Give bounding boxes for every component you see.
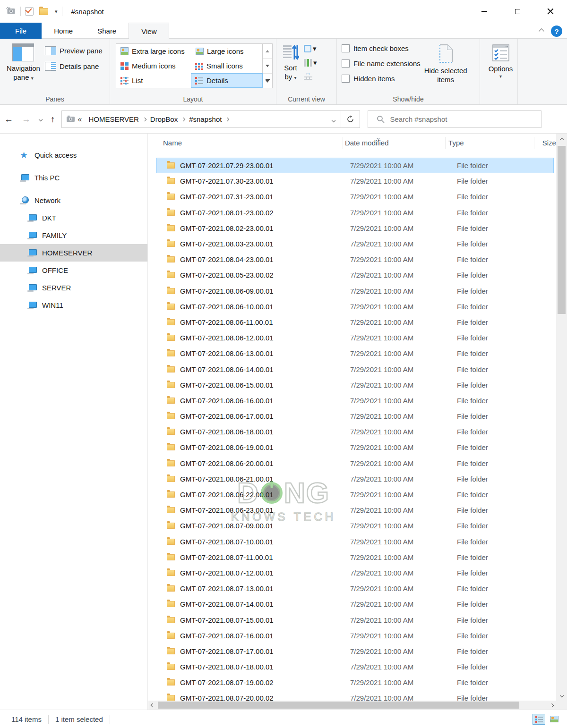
checkbox-icon[interactable]: [342, 75, 350, 83]
gallery-scroll-down-icon[interactable]: [263, 59, 272, 73]
table-row[interactable]: GMT-07-2021.08.07-09.00.01 7/29/2021 10:…: [156, 518, 554, 533]
show-hide-checkbox-row[interactable]: Hidden items: [342, 75, 421, 83]
table-row[interactable]: GMT-07-2021.08.06-15.00.01 7/29/2021 10:…: [156, 377, 554, 393]
table-row[interactable]: GMT-07-2021.07.31-23.00.01 7/29/2021 10:…: [156, 189, 554, 204]
gallery-more-icon[interactable]: [263, 74, 272, 88]
scroll-left-icon[interactable]: [148, 704, 157, 707]
table-row[interactable]: GMT-07-2021.08.06-13.00.01 7/29/2021 10:…: [156, 346, 554, 361]
sidebar-item[interactable]: HOMESERVER: [0, 244, 147, 262]
table-row[interactable]: GMT-07-2021.08.06-18.00.01 7/29/2021 10:…: [156, 424, 554, 440]
sidebar-item[interactable]: SERVER: [0, 279, 147, 296]
layout-option[interactable]: Medium icons: [116, 59, 191, 73]
close-button[interactable]: [534, 0, 567, 23]
table-row[interactable]: GMT-07-2021.08.06-12.00.01 7/29/2021 10:…: [156, 330, 554, 346]
table-row[interactable]: GMT-07-2021.08.07-14.00.01 7/29/2021 10:…: [156, 596, 554, 612]
table-row[interactable]: GMT-07-2021.08.06-17.00.01 7/29/2021 10:…: [156, 408, 554, 424]
scroll-down-icon[interactable]: [556, 691, 567, 700]
sidebar-item[interactable]: Quick access: [0, 146, 147, 164]
forward-button[interactable]: →: [17, 114, 35, 125]
checkbox-icon[interactable]: [342, 44, 350, 52]
vertical-scrollbar[interactable]: [556, 134, 567, 710]
ribbon-tab[interactable]: Share: [85, 23, 129, 39]
minimize-button[interactable]: [468, 0, 501, 23]
show-hide-checkbox-row[interactable]: Item check boxes: [342, 44, 421, 52]
details-view-button[interactable]: [533, 714, 545, 725]
vertical-scroll-thumb[interactable]: [558, 146, 566, 314]
qat-new-folder-icon[interactable]: [39, 8, 48, 15]
table-row[interactable]: GMT-07-2021.08.06-19.00.01 7/29/2021 10:…: [156, 440, 554, 455]
column-header-type[interactable]: Type: [446, 137, 534, 149]
sidebar-item[interactable]: FAMILY: [0, 227, 147, 244]
layout-option[interactable]: List: [116, 73, 191, 88]
scroll-up-icon[interactable]: [556, 135, 567, 144]
table-row[interactable]: GMT-07-2021.08.06-11.00.01 7/29/2021 10:…: [156, 314, 554, 330]
layout-option[interactable]: Details: [191, 73, 263, 88]
table-row[interactable]: GMT-07-2021.08.06-14.00.01 7/29/2021 10:…: [156, 361, 554, 377]
table-row[interactable]: GMT-07-2021.08.06-23.00.01 7/29/2021 10:…: [156, 502, 554, 518]
table-row[interactable]: GMT-07-2021.08.06-16.00.01 7/29/2021 10:…: [156, 393, 554, 408]
ribbon-tab[interactable]: View: [129, 23, 169, 39]
refresh-button[interactable]: [341, 111, 360, 127]
thumbnail-view-button[interactable]: [548, 714, 560, 725]
table-row[interactable]: GMT-07-2021.08.07-18.00.01 7/29/2021 10:…: [156, 659, 554, 675]
help-icon[interactable]: ?: [551, 25, 562, 37]
gallery-scroll-up-icon[interactable]: [263, 44, 272, 59]
table-row[interactable]: GMT-07-2021.08.07-12.00.01 7/29/2021 10:…: [156, 565, 554, 581]
table-row[interactable]: GMT-07-2021.08.06-10.00.01 7/29/2021 10:…: [156, 299, 554, 314]
collapse-ribbon-icon[interactable]: [539, 28, 544, 34]
table-row[interactable]: GMT-07-2021.08.07-13.00.01 7/29/2021 10:…: [156, 581, 554, 596]
table-row[interactable]: GMT-07-2021.08.06-22.00.01 7/29/2021 10:…: [156, 487, 554, 502]
sidebar-item[interactable]: This PC: [0, 169, 147, 186]
table-row[interactable]: GMT-07-2021.08.06-20.00.01 7/29/2021 10:…: [156, 456, 554, 471]
scroll-right-icon[interactable]: [548, 704, 556, 707]
breadcrumb-item[interactable]: #snapshot: [189, 115, 229, 123]
breadcrumb-chevron-icon[interactable]: [181, 117, 185, 121]
group-by-button[interactable]: ▾: [304, 44, 317, 53]
address-dropdown-icon[interactable]: [326, 115, 341, 123]
layout-option[interactable]: Small icons: [191, 59, 263, 73]
table-row[interactable]: GMT-07-2021.08.06-21.00.01 7/29/2021 10:…: [156, 471, 554, 487]
details-pane-button[interactable]: Details pane: [45, 62, 103, 71]
table-row[interactable]: GMT-07-2021.08.06-09.00.01 7/29/2021 10:…: [156, 283, 554, 299]
table-row[interactable]: GMT-07-2021.08.07-15.00.01 7/29/2021 10:…: [156, 612, 554, 627]
up-button[interactable]: ↑: [46, 114, 60, 125]
back-button[interactable]: ←: [0, 114, 17, 125]
address-box[interactable]: « HOMESERVER DropBox #snapshot: [61, 110, 360, 128]
horizontal-scrollbar[interactable]: [148, 701, 556, 710]
show-hide-checkbox-row[interactable]: File name extensions: [342, 59, 421, 68]
table-row[interactable]: GMT-07-2021.07.29-23.00.01 7/29/2021 10:…: [156, 158, 554, 173]
sidebar-item[interactable]: WIN11: [0, 296, 147, 314]
sidebar-item[interactable]: Network: [0, 192, 147, 209]
sidebar-item[interactable]: DKT: [0, 209, 147, 227]
horizontal-scroll-thumb[interactable]: [158, 702, 519, 709]
qat-customize-dropdown-icon[interactable]: ▾: [55, 8, 58, 15]
table-row[interactable]: GMT-07-2021.08.07-19.00.02 7/29/2021 10:…: [156, 675, 554, 690]
table-row[interactable]: GMT-07-2021.08.05-23.00.02 7/29/2021 10:…: [156, 267, 554, 283]
ribbon-tab[interactable]: Home: [42, 23, 85, 39]
breadcrumb-item[interactable]: DropBox: [150, 115, 185, 123]
table-row[interactable]: GMT-07-2021.08.03-23.00.01 7/29/2021 10:…: [156, 236, 554, 252]
add-columns-button[interactable]: ▾: [304, 59, 317, 67]
layout-option[interactable]: Extra large icons: [116, 44, 191, 59]
sidebar-item[interactable]: OFFICE: [0, 262, 147, 279]
table-row[interactable]: GMT-07-2021.08.07-11.00.01 7/29/2021 10:…: [156, 550, 554, 565]
table-row[interactable]: GMT-07-2021.08.04-23.00.01 7/29/2021 10:…: [156, 252, 554, 267]
table-row[interactable]: GMT-07-2021.08.02-23.00.01 7/29/2021 10:…: [156, 220, 554, 236]
table-row[interactable]: GMT-07-2021.08.07-10.00.01 7/29/2021 10:…: [156, 534, 554, 550]
ribbon-tab[interactable]: File: [0, 23, 42, 39]
search-input[interactable]: Search #snapshot: [368, 110, 541, 128]
breadcrumb-overflow-icon[interactable]: «: [78, 115, 82, 124]
preview-pane-button[interactable]: Preview pane: [45, 46, 103, 55]
breadcrumb-chevron-icon[interactable]: [143, 117, 146, 121]
table-row[interactable]: GMT-07-2021.08.01-23.00.02 7/29/2021 10:…: [156, 205, 554, 220]
layout-option[interactable]: Large icons: [191, 44, 263, 59]
maximize-button[interactable]: [501, 0, 534, 23]
table-row[interactable]: GMT-07-2021.07.30-23.00.01 7/29/2021 10:…: [156, 173, 554, 189]
table-row[interactable]: GMT-07-2021.08.07-17.00.01 7/29/2021 10:…: [156, 643, 554, 659]
recent-locations-icon[interactable]: [35, 118, 46, 121]
qat-checkbox-icon[interactable]: [25, 7, 34, 16]
checkbox-icon[interactable]: [342, 59, 350, 68]
options-button[interactable]: Options ▾: [484, 43, 517, 79]
breadcrumb-item[interactable]: HOMESERVER: [88, 115, 146, 123]
column-header-date-modified[interactable]: Date modified: [343, 137, 446, 149]
